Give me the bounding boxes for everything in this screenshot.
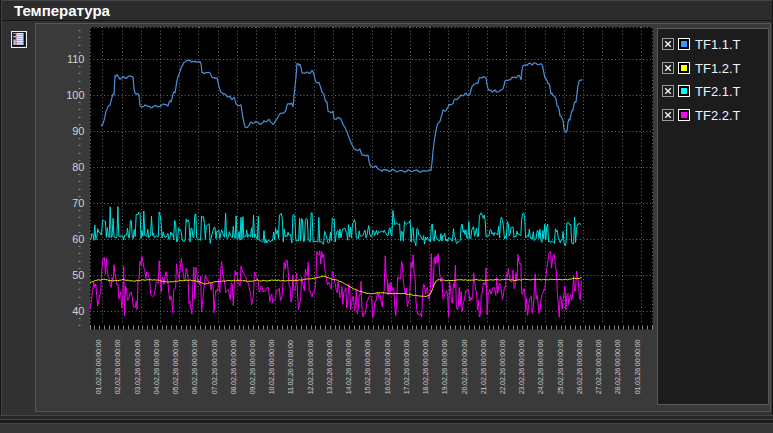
svg-text:90: 90	[72, 125, 84, 137]
svg-text:40: 40	[72, 305, 84, 317]
svg-text:06.02.26 00:00:00: 06.02.26 00:00:00	[190, 340, 199, 395]
svg-text:60: 60	[72, 233, 84, 245]
svg-text:05.02.26 00:00:00: 05.02.26 00:00:00	[171, 340, 180, 395]
svg-text:22.02.26 00:00:00: 22.02.26 00:00:00	[498, 340, 507, 395]
svg-text:10.02.26 00:00:00: 10.02.26 00:00:00	[267, 340, 276, 395]
svg-text:20.02.26 00:00:00: 20.02.26 00:00:00	[460, 340, 469, 395]
svg-text:07.02.26 00:00:00: 07.02.26 00:00:00	[210, 340, 219, 395]
svg-text:08.02.26 00:00:00: 08.02.26 00:00:00	[229, 340, 238, 395]
svg-text:80: 80	[72, 161, 84, 173]
svg-text:27.02.26 00:00:00: 27.02.26 00:00:00	[594, 340, 603, 395]
svg-text:01.03.26 00:00:00: 01.03.26 00:00:00	[633, 340, 642, 395]
svg-text:24.02.26 00:00:00: 24.02.26 00:00:00	[536, 340, 545, 395]
svg-text:17.02.26 00:00:00: 17.02.26 00:00:00	[402, 340, 411, 395]
svg-text:16.02.26 00:00:00: 16.02.26 00:00:00	[383, 340, 392, 395]
svg-text:100: 100	[66, 89, 84, 101]
svg-text:50: 50	[72, 269, 84, 281]
svg-text:02.02.26 00:00:00: 02.02.26 00:00:00	[113, 340, 122, 395]
svg-text:13.02.26 00:00:00: 13.02.26 00:00:00	[325, 340, 334, 395]
svg-text:15.02.26 00:00:00: 15.02.26 00:00:00	[363, 340, 372, 395]
svg-text:28.02.26 00:00:00: 28.02.26 00:00:00	[613, 340, 622, 395]
svg-text:11.02.26 00:00:00: 11.02.26 00:00:00	[286, 340, 295, 394]
svg-text:110: 110	[67, 53, 85, 65]
svg-text:18.02.26 00:00:00: 18.02.26 00:00:00	[421, 340, 430, 395]
svg-text:21.02.26 00:00:00: 21.02.26 00:00:00	[479, 340, 488, 395]
svg-text:14.02.26 00:00:00: 14.02.26 00:00:00	[344, 340, 353, 395]
svg-text:03.02.26 00:00:00: 03.02.26 00:00:00	[133, 340, 142, 395]
svg-text:19.02.26 00:00:00: 19.02.26 00:00:00	[440, 340, 449, 395]
svg-text:09.02.26 00:00:00: 09.02.26 00:00:00	[248, 340, 257, 395]
svg-text:12.02.26 00:00:00: 12.02.26 00:00:00	[306, 340, 315, 395]
svg-text:04.02.26 00:00:00: 04.02.26 00:00:00	[152, 340, 161, 395]
svg-text:01.02.26 00:00:00: 01.02.26 00:00:00	[94, 340, 103, 395]
svg-text:70: 70	[72, 197, 84, 209]
svg-text:23.02.26 00:00:00: 23.02.26 00:00:00	[517, 340, 526, 395]
svg-text:25.02.26 00:00:00: 25.02.26 00:00:00	[556, 340, 565, 395]
svg-text:26.02.26 00:00:00: 26.02.26 00:00:00	[575, 340, 584, 395]
